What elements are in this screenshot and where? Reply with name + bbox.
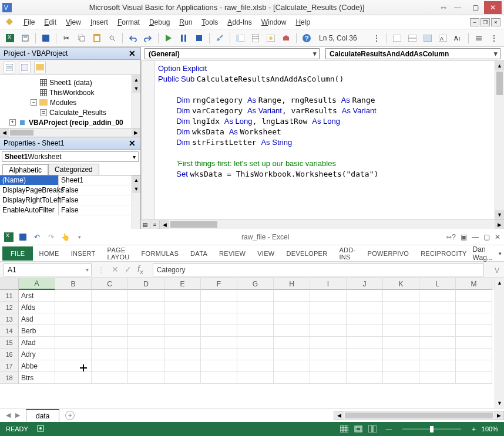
ribbon-tab-home[interactable]: HOME <box>33 246 65 261</box>
formula-input[interactable]: Category <box>153 263 484 276</box>
cell[interactable] <box>55 302 92 313</box>
view-code-button[interactable] <box>4 62 15 73</box>
cell[interactable] <box>237 337 274 349</box>
cell[interactable] <box>419 360 456 372</box>
paste-button[interactable] <box>90 32 103 45</box>
ribbon-display-options-button[interactable]: ▣ <box>461 233 467 241</box>
extra-tb-5[interactable]: A↕ <box>452 32 465 45</box>
page-break-view-button[interactable] <box>365 424 379 434</box>
cell[interactable] <box>201 290 237 302</box>
ribbon-tab-formulas[interactable]: FORMULAS <box>136 246 185 261</box>
qat-undo-button[interactable]: ↶ <box>32 232 42 242</box>
project-tree[interactable]: Sheet1 (data) ThisWorkbook −Modules Calc… <box>0 75 140 128</box>
copy-button[interactable] <box>75 32 88 45</box>
property-row[interactable]: (Name)Sheet1 <box>0 175 140 185</box>
menu-edit[interactable]: Edit <box>39 17 61 28</box>
cell[interactable] <box>201 325 237 337</box>
cell[interactable] <box>128 360 164 372</box>
cell[interactable] <box>347 360 383 372</box>
menu-insert[interactable]: Insert <box>86 17 113 28</box>
cell[interactable] <box>55 325 92 337</box>
tab-categorized[interactable]: Categorized <box>48 164 99 175</box>
excel-app-icon[interactable] <box>4 232 14 242</box>
menu-view[interactable]: View <box>61 17 86 28</box>
cell[interactable]: Afds <box>19 302 55 313</box>
run-button[interactable] <box>162 32 175 45</box>
cell[interactable] <box>237 290 274 302</box>
mdi-close-button[interactable]: × <box>491 18 500 26</box>
code-vscrollbar[interactable]: ▲▼ <box>495 61 504 219</box>
cell[interactable] <box>92 325 128 337</box>
collapse-icon[interactable]: − <box>31 99 37 106</box>
tree-vscrollbar[interactable]: ▲▼ <box>132 75 140 128</box>
cell[interactable] <box>237 349 274 360</box>
cell[interactable] <box>92 349 128 360</box>
cell[interactable]: Asd <box>19 313 55 325</box>
cell[interactable] <box>456 290 492 302</box>
cell[interactable] <box>310 290 347 302</box>
close-button[interactable]: ✕ <box>484 1 502 14</box>
cell[interactable] <box>274 349 310 360</box>
qat-touch-mode-button[interactable]: 👆 <box>60 232 70 242</box>
qat-customize-dropdown[interactable]: ▾ <box>74 232 85 242</box>
row-header[interactable]: 15 <box>0 337 19 349</box>
column-header-M[interactable]: M <box>456 278 492 290</box>
row-header[interactable]: 12 <box>0 302 19 313</box>
page-layout-view-button[interactable] <box>351 424 365 434</box>
help-button[interactable]: ? <box>300 32 313 45</box>
ribbon-tab-view[interactable]: VIEW <box>251 246 280 261</box>
sheet-nav-prev-button[interactable]: ◀ <box>6 411 11 419</box>
tree-hscrollbar[interactable]: ◀▶ <box>0 128 140 137</box>
cell[interactable] <box>55 337 92 349</box>
full-module-view-button[interactable]: ≡ <box>150 220 160 229</box>
cell[interactable] <box>310 372 347 384</box>
cell[interactable] <box>456 337 492 349</box>
cell[interactable] <box>128 290 164 302</box>
qat-redo-button[interactable]: ↷ <box>46 232 56 242</box>
cell[interactable] <box>201 313 237 325</box>
code-hscrollbar[interactable]: ◀▶ <box>160 220 504 229</box>
cell[interactable] <box>164 360 201 372</box>
cell[interactable]: Afad <box>19 337 55 349</box>
cell[interactable] <box>92 360 128 372</box>
macro-record-button[interactable] <box>36 424 45 434</box>
row-header[interactable]: 14 <box>0 325 19 337</box>
code-margin[interactable] <box>142 61 154 219</box>
tree-module-calcresults[interactable]: Calculate_Results <box>1 107 139 117</box>
cell[interactable] <box>164 349 201 360</box>
cell[interactable]: Berb <box>19 325 55 337</box>
cell[interactable] <box>419 302 456 313</box>
menu-format[interactable]: Format <box>113 17 145 28</box>
help-icon[interactable]: ⇿? <box>446 233 456 241</box>
cell[interactable] <box>55 372 92 384</box>
cell[interactable] <box>92 290 128 302</box>
cell[interactable] <box>128 313 164 325</box>
menu-help[interactable]: Help <box>291 17 315 28</box>
tree-sheet1[interactable]: Sheet1 (data) <box>1 77 139 87</box>
cell[interactable] <box>347 325 383 337</box>
cell[interactable] <box>310 313 347 325</box>
column-header-E[interactable]: E <box>164 278 201 290</box>
cell[interactable] <box>92 302 128 313</box>
view-excel-button[interactable] <box>4 32 16 45</box>
ribbon-tab-add-ins[interactable]: ADD-INS <box>333 243 361 264</box>
column-header-J[interactable]: J <box>347 278 383 290</box>
ribbon-tab-developer[interactable]: DEVELOPER <box>281 246 334 261</box>
cell[interactable] <box>456 313 492 325</box>
cell[interactable] <box>383 337 419 349</box>
cell[interactable] <box>419 372 456 384</box>
user-account-area[interactable]: Dan Wag...▾ <box>473 245 504 262</box>
save-button[interactable] <box>39 32 52 45</box>
ribbon-tab-reciprocity[interactable]: RECIPROCITY <box>415 246 472 261</box>
ribbon-tab-insert[interactable]: INSERT <box>65 246 102 261</box>
sheet-hscrollbar[interactable]: ◀▶ <box>334 411 504 420</box>
cell[interactable] <box>274 290 310 302</box>
properties-object-select[interactable]: Sheet1 Worksheet ▾ <box>0 150 140 164</box>
maximize-button[interactable]: ▢ <box>466 1 484 14</box>
sheet-nav-next-button[interactable]: ▶ <box>15 411 20 419</box>
sheet-vscrollbar[interactable]: ▲▼ <box>495 278 504 408</box>
cell[interactable] <box>201 372 237 384</box>
property-row[interactable]: EnableAutoFilterFalse <box>0 205 140 215</box>
cell[interactable] <box>310 360 347 372</box>
cell[interactable] <box>456 360 492 372</box>
